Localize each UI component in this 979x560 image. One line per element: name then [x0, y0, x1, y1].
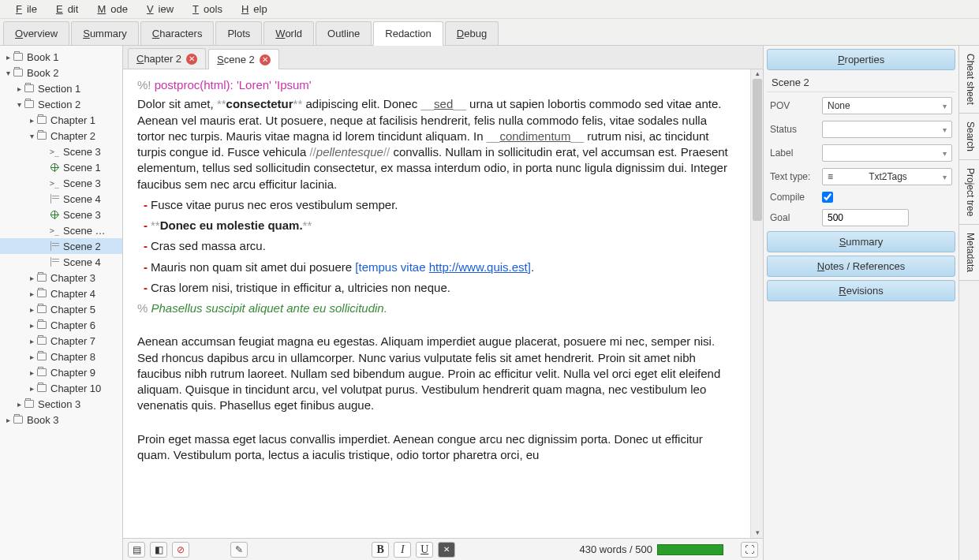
- tree-label: Chapter 2: [50, 130, 95, 142]
- status-label: Status: [770, 124, 817, 135]
- tab-characters[interactable]: Characters: [140, 21, 215, 45]
- tab-overview[interactable]: Overview: [3, 21, 69, 45]
- scene-title: Scene 2: [767, 73, 955, 92]
- tree-label: Section 3: [38, 398, 80, 410]
- menu-file[interactable]: File: [6, 2, 42, 17]
- bullet-1: Fusce vitae purus nec eros vestibulum se…: [151, 198, 398, 211]
- folder-icon: [36, 130, 47, 141]
- pov-select[interactable]: None: [822, 97, 952, 114]
- editor-scrollbar[interactable]: ▴ ▾: [750, 69, 763, 538]
- prompt-icon: >_: [49, 177, 60, 189]
- tree-label: Scene 1: [63, 162, 101, 174]
- rail-metadata[interactable]: Metadata: [959, 225, 979, 281]
- text-icon: [49, 193, 60, 204]
- paragraph-2: Aenean accumsan feugiat magna eu egestas…: [137, 334, 736, 413]
- tree-item[interactable]: Scene 4: [0, 254, 122, 270]
- bold-button[interactable]: B: [372, 542, 389, 558]
- notes-header[interactable]: Notes / References: [767, 256, 955, 277]
- fullscreen-button[interactable]: ⛶: [741, 542, 758, 558]
- folder-icon: [24, 83, 35, 94]
- tree-item[interactable]: Scene 1: [0, 159, 122, 175]
- rail-project-tree[interactable]: Project tree: [959, 160, 979, 225]
- menu-view[interactable]: View: [137, 2, 178, 17]
- tab-summary[interactable]: Summary: [71, 21, 139, 45]
- editor-tab[interactable]: Chapter 2✕: [128, 48, 206, 69]
- label-label: Label: [770, 147, 817, 159]
- spellcheck-icon[interactable]: ✎: [230, 542, 248, 558]
- tree-item[interactable]: ▾Chapter 2: [0, 128, 122, 144]
- tree-item[interactable]: ▸Chapter 3: [0, 270, 122, 286]
- tree-item[interactable]: >_Scene …: [0, 222, 122, 238]
- rail-search[interactable]: Search: [959, 114, 979, 160]
- tree-label: Chapter 6: [50, 319, 95, 331]
- menu-edit[interactable]: Edit: [47, 2, 83, 17]
- tree-item[interactable]: Scene 3: [0, 207, 122, 222]
- tree-label: Scene …: [63, 225, 105, 237]
- close-icon[interactable]: ✕: [186, 54, 197, 65]
- paragraph-1: Dolor sit amet, **consectetur** adipisci…: [137, 96, 736, 192]
- tab-debug[interactable]: Debug: [445, 21, 499, 45]
- main-tabs: OverviewSummaryCharactersPlotsWorldOutli…: [0, 19, 979, 46]
- text-icon: [49, 256, 60, 267]
- tree-item[interactable]: ▸Section 3: [0, 396, 122, 412]
- editor-tabs: Chapter 2✕Scene 2✕: [123, 46, 763, 69]
- tree-label: Scene 4: [63, 256, 101, 268]
- folder-icon: [36, 383, 47, 394]
- tree-item[interactable]: ▸Chapter 9: [0, 364, 122, 380]
- texttype-select[interactable]: ≡ Txt2Tags: [822, 168, 952, 185]
- tree-item[interactable]: ▸Chapter 6: [0, 317, 122, 333]
- menubar: FileEditModeViewToolsHelp: [0, 0, 979, 19]
- tab-outline[interactable]: Outline: [316, 21, 372, 45]
- tab-redaction[interactable]: Redaction: [373, 21, 443, 46]
- view-mode-2[interactable]: ◧: [150, 542, 167, 558]
- goal-input[interactable]: [822, 209, 909, 226]
- tree-label: Section 2: [38, 99, 80, 110]
- folder-icon: [36, 335, 47, 346]
- rail-cheat-sheet[interactable]: Cheat sheet: [959, 46, 979, 114]
- tree-item[interactable]: ▸Chapter 7: [0, 333, 122, 349]
- tree-item[interactable]: ▾Section 2: [0, 96, 122, 112]
- compile-label: Compile: [770, 192, 817, 203]
- tree-label: Chapter 3: [50, 272, 95, 284]
- tree-item[interactable]: ▸Chapter 4: [0, 286, 122, 301]
- folder-icon: [13, 67, 24, 78]
- tree-item[interactable]: ▸Chapter 8: [0, 349, 122, 364]
- compile-checkbox[interactable]: [822, 192, 833, 203]
- clear-format-button[interactable]: ✕: [438, 542, 455, 558]
- tree-item[interactable]: >_Scene 3: [0, 175, 122, 191]
- tree-item[interactable]: ▸Chapter 5: [0, 301, 122, 317]
- tree-item[interactable]: ▸Book 1: [0, 49, 122, 65]
- folder-icon: [36, 114, 47, 125]
- right-rail: Cheat sheetSearchProject treeMetadata: [958, 46, 979, 560]
- label-select[interactable]: [822, 144, 952, 162]
- menu-help[interactable]: Help: [232, 2, 272, 17]
- underline-button[interactable]: U: [416, 542, 433, 558]
- status-select[interactable]: [822, 121, 952, 138]
- tab-world[interactable]: World: [263, 21, 314, 45]
- revisions-header[interactable]: Revisions: [767, 280, 955, 301]
- properties-header[interactable]: Properties: [767, 49, 955, 70]
- tree-item[interactable]: ▸Chapter 10: [0, 380, 122, 396]
- outline-tree[interactable]: ▸Book 1▾Book 2▸Section 1▾Section 2▸Chapt…: [0, 46, 123, 560]
- tree-item[interactable]: ▾Book 2: [0, 65, 122, 80]
- statusbar: ▤ ◧ ⊘ ✎ B I U ✕ 430 words / 500 ⛶: [123, 538, 763, 560]
- tab-plots[interactable]: Plots: [215, 21, 262, 45]
- tree-item[interactable]: Scene 4: [0, 191, 122, 207]
- tree-item[interactable]: ▸Chapter 1: [0, 112, 122, 128]
- goal-label: Goal: [770, 212, 817, 223]
- tree-item[interactable]: ▸Section 1: [0, 80, 122, 96]
- pov-label: POV: [770, 100, 817, 111]
- view-mode-1[interactable]: ▤: [128, 542, 145, 558]
- summary-header[interactable]: Summary: [767, 231, 955, 252]
- editor-tab[interactable]: Scene 2✕: [208, 49, 279, 69]
- italic-button[interactable]: I: [394, 542, 411, 558]
- tree-item[interactable]: Scene 2: [0, 238, 122, 254]
- no-entry-icon[interactable]: ⊘: [172, 542, 189, 558]
- link-url[interactable]: http://www.quis.est: [429, 260, 528, 274]
- text-editor[interactable]: %! postproc(html): 'Loren' 'Ipsum' Dolor…: [123, 69, 750, 538]
- tree-item[interactable]: ▸Book 3: [0, 412, 122, 427]
- tree-item[interactable]: >_Scene 3: [0, 144, 122, 159]
- menu-tools[interactable]: Tools: [183, 2, 227, 17]
- close-icon[interactable]: ✕: [260, 54, 271, 65]
- menu-mode[interactable]: Mode: [88, 2, 133, 17]
